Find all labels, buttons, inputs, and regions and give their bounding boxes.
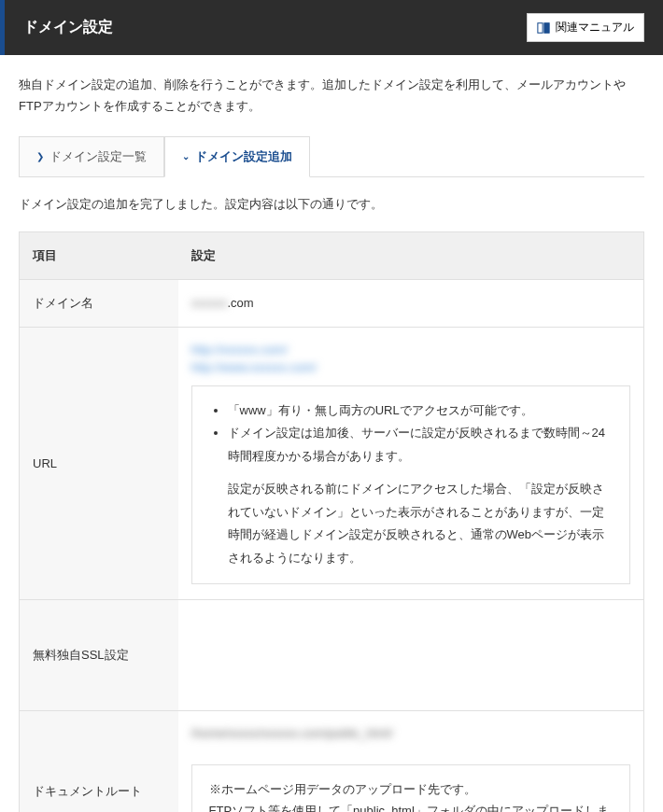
chevron-right-icon: ❯ <box>36 151 44 161</box>
docroot-path-blurred: /home/xxxxx/xxxxxx.com/public_html/ <box>191 726 393 740</box>
svg-rect-1 <box>544 22 549 33</box>
manual-button[interactable]: 関連マニュアル <box>527 13 644 42</box>
book-icon <box>537 21 550 35</box>
row-url: URL http://xxxxxx.com/ http://www.xxxxxx… <box>20 327 644 599</box>
manual-button-label: 関連マニュアル <box>556 20 634 35</box>
url-link[interactable]: http://www.xxxxxx.com/ <box>191 360 631 374</box>
page-description: 独自ドメイン設定の追加、削除を行うことができます。追加したドメイン設定を利用して… <box>19 74 644 118</box>
row-label: 無料独自SSL設定 <box>20 599 178 710</box>
tab-domain-add[interactable]: ⌄ ドメイン設定追加 <box>164 136 310 177</box>
main-content: 独自ドメイン設定の追加、削除を行うことができます。追加したドメイン設定を利用して… <box>0 55 663 812</box>
tab-domain-list[interactable]: ❯ ドメイン設定一覧 <box>19 136 164 176</box>
docroot-note: ※ホームページ用データのアップロード先です。 <box>209 778 614 800</box>
page-title: ドメイン設定 <box>23 18 113 37</box>
url-note-item: 「www」有り・無し両方のURLでアクセスが可能です。 <box>228 399 614 423</box>
row-label: ドキュメントルート <box>20 710 178 812</box>
url-link[interactable]: http://xxxxxx.com/ <box>191 343 631 357</box>
url-note-item: ドメイン設定は追加後、サーバーに設定が反映されるまで数時間～24時間程度かかる場… <box>228 422 614 468</box>
url-note-text: 設定が反映される前にドメインにアクセスした場合、「設定が反映されていないドメイン… <box>209 478 614 570</box>
row-value: xxxxxx.com <box>178 279 644 327</box>
tab-label: ドメイン設定追加 <box>195 148 292 165</box>
tab-label: ドメイン設定一覧 <box>49 148 147 165</box>
row-docroot: ドキュメントルート /home/xxxxx/xxxxxx.com/public_… <box>20 710 644 812</box>
col-header-setting: 設定 <box>178 231 644 279</box>
row-value: http://xxxxxx.com/ http://www.xxxxxx.com… <box>178 327 644 599</box>
col-header-item: 項目 <box>20 231 178 279</box>
url-note-box: 「www」有り・無し両方のURLでアクセスが可能です。 ドメイン設定は追加後、サ… <box>191 385 631 584</box>
docroot-note: FTPソフト等を使用して「public_html」フォルダの中にアップロードしま… <box>209 800 614 812</box>
docroot-note-box: ※ホームページ用データのアップロード先です。 FTPソフト等を使用して「publ… <box>191 764 631 812</box>
completion-message: ドメイン設定の追加を完了しました。設定内容は以下の通りです。 <box>19 196 644 213</box>
row-ssl: 無料独自SSL設定 <box>20 599 644 710</box>
settings-table: 項目 設定 ドメイン名 xxxxxx.com URL http://xxxxxx… <box>19 231 644 812</box>
row-label: URL <box>20 327 178 599</box>
tab-bar: ❯ ドメイン設定一覧 ⌄ ドメイン設定追加 <box>19 136 644 177</box>
row-label: ドメイン名 <box>20 279 178 327</box>
chevron-down-icon: ⌄ <box>182 151 190 161</box>
row-value <box>178 599 644 710</box>
row-domain-name: ドメイン名 xxxxxx.com <box>20 279 644 327</box>
domain-suffix: .com <box>228 296 254 310</box>
row-value: /home/xxxxx/xxxxxx.com/public_html/ ※ホーム… <box>178 710 644 812</box>
page-header: ドメイン設定 関連マニュアル <box>0 0 663 55</box>
url-links: http://xxxxxx.com/ http://www.xxxxxx.com… <box>191 343 631 374</box>
svg-rect-0 <box>538 22 543 33</box>
domain-blurred: xxxxxx <box>191 296 228 310</box>
